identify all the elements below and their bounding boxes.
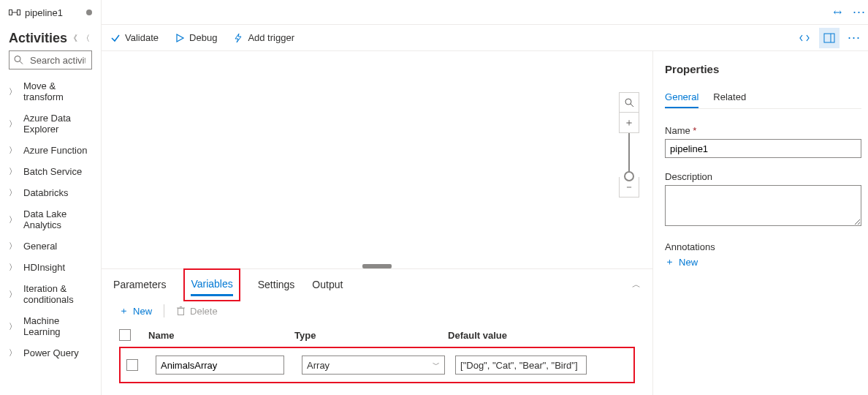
svg-point-9 <box>625 99 631 105</box>
column-header-type: Type <box>294 330 448 341</box>
svg-marker-6 <box>235 34 241 42</box>
annotations-label: Annotations <box>665 241 861 252</box>
pipeline-description-input[interactable] <box>665 185 861 226</box>
variable-row: Array ﹀ ["Dog", "Cat", "Bear", "Bird"] <box>126 356 628 375</box>
properties-tab-related[interactable]: Related <box>713 87 746 108</box>
chevron-right-icon: 〉 <box>9 289 17 300</box>
properties-toggle-button[interactable] <box>819 28 840 48</box>
tab-parameters[interactable]: Parameters <box>113 274 166 295</box>
column-header-name: Name <box>148 330 294 341</box>
new-variable-button[interactable]: ＋ New <box>119 304 152 317</box>
validate-button[interactable]: Validate <box>110 32 159 43</box>
activity-category[interactable]: 〉Data Lake Analytics <box>0 203 101 236</box>
code-view-button[interactable] <box>794 28 815 48</box>
chevron-right-icon: 〉 <box>9 118 17 129</box>
highlight-variable-row: Array ﹀ ["Dog", "Cat", "Bear", "Bird"] <box>119 347 635 383</box>
svg-rect-1 <box>18 10 20 15</box>
chevron-right-icon: 〉 <box>9 262 17 273</box>
zoom-slider[interactable] <box>628 133 630 177</box>
highlight-variables: Variables <box>183 268 240 301</box>
tab-output[interactable]: Output <box>312 274 343 295</box>
variable-name-input[interactable] <box>156 356 284 375</box>
activity-category[interactable]: 〉Azure Data Explorer <box>0 108 101 140</box>
description-label: Description <box>665 171 861 182</box>
play-icon <box>175 33 185 43</box>
chevron-right-icon: 〉 <box>9 214 17 225</box>
chevron-right-icon: 〉 <box>9 347 17 358</box>
divider <box>164 304 164 317</box>
top-bar: ⤢ ··· <box>102 0 868 25</box>
activities-title: Activities <box>9 31 67 46</box>
bottom-tabs: Parameters Variables Settings Output ︿ <box>102 269 652 300</box>
more-icon: ··· <box>848 30 861 45</box>
properties-pane: Properties General Related Name * Descri… <box>652 51 868 395</box>
pipeline-tab[interactable]: pipeline1 <box>0 0 101 25</box>
zoom-fit-button[interactable] <box>619 92 639 113</box>
svg-line-4 <box>20 61 23 64</box>
lightning-icon <box>233 33 243 43</box>
more-icon[interactable]: ··· <box>853 4 866 20</box>
chevron-right-icon: 〉 <box>9 166 17 177</box>
activity-category[interactable]: 〉Azure Function <box>0 140 101 161</box>
svg-rect-11 <box>178 309 184 315</box>
trash-icon <box>176 306 186 316</box>
plus-icon: ＋ <box>665 255 674 268</box>
chevron-down-icon: ﹀ <box>433 360 440 370</box>
activity-category[interactable]: 〉Iteration & conditionals <box>0 278 101 310</box>
activity-category[interactable]: 〉HDInsight <box>0 257 101 278</box>
variable-default-input[interactable]: ["Dog", "Cat", "Bear", "Bird"] <box>455 356 587 375</box>
row-checkbox[interactable] <box>126 359 138 371</box>
column-header-default: Default value <box>448 330 620 341</box>
activity-category-list: 〉Move & transform 〉Azure Data Explorer 〉… <box>0 75 101 395</box>
zoom-in-button[interactable]: ＋ <box>619 113 639 133</box>
debug-button[interactable]: Debug <box>175 32 217 43</box>
activities-sidebar: pipeline1 Activities 《 〈 〉Move & transfo… <box>0 0 102 395</box>
svg-point-3 <box>15 56 20 62</box>
pipeline-icon <box>9 8 20 17</box>
properties-tab-general[interactable]: General <box>665 87 698 108</box>
search-activities-input[interactable] <box>9 50 92 69</box>
properties-title: Properties <box>665 63 861 75</box>
activity-category[interactable]: 〉Machine Learning <box>0 310 101 342</box>
svg-rect-0 <box>9 10 12 15</box>
tab-settings[interactable]: Settings <box>258 274 295 295</box>
collapse-chevron-icon[interactable]: 〈 <box>80 33 92 44</box>
toolbar-more-button[interactable]: ··· <box>844 28 864 48</box>
tab-variables[interactable]: Variables <box>191 274 232 296</box>
chevron-right-icon: 〉 <box>9 86 17 97</box>
chevron-right-icon: 〉 <box>9 321 17 332</box>
search-icon <box>14 56 23 65</box>
collapse-double-chevron-icon[interactable]: 《 <box>67 33 80 44</box>
collapse-panel-button[interactable]: ︿ <box>632 279 641 291</box>
variable-type-select[interactable]: Array ﹀ <box>302 356 445 375</box>
delete-variable-button: Delete <box>176 306 218 317</box>
chevron-right-icon: 〉 <box>9 187 17 198</box>
activity-category[interactable]: 〉Databricks <box>0 182 101 203</box>
variables-table-header: Name Type Default value <box>119 323 635 347</box>
chevron-right-icon: 〉 <box>9 241 17 252</box>
name-label: Name * <box>665 125 861 136</box>
new-annotation-button[interactable]: ＋ New <box>665 255 861 268</box>
expand-icon[interactable]: ⤢ <box>831 5 845 20</box>
check-icon <box>110 33 121 43</box>
zoom-slider-thumb[interactable] <box>624 171 634 181</box>
activity-category[interactable]: 〉Batch Service <box>0 161 101 182</box>
plus-icon: ＋ <box>119 304 129 317</box>
zoom-control: ＋ － <box>619 92 639 198</box>
activity-category[interactable]: 〉Power Query <box>0 342 101 364</box>
svg-rect-7 <box>824 34 834 42</box>
add-trigger-button[interactable]: Add trigger <box>233 32 294 43</box>
pipeline-name: pipeline1 <box>25 7 63 18</box>
svg-marker-5 <box>177 34 183 42</box>
activity-category[interactable]: 〉Move & transform <box>0 75 101 108</box>
chevron-right-icon: 〉 <box>9 145 17 156</box>
svg-line-10 <box>631 104 633 107</box>
pipeline-toolbar: Validate Debug Add trigger <box>102 25 868 51</box>
unsaved-indicator-icon <box>86 10 92 15</box>
activity-category[interactable]: 〉General <box>0 236 101 257</box>
pipeline-canvas[interactable]: ＋ － <box>102 51 652 268</box>
select-all-checkbox[interactable] <box>119 329 131 341</box>
panel-resize-handle[interactable] <box>362 264 392 268</box>
pipeline-name-input[interactable] <box>665 139 861 158</box>
